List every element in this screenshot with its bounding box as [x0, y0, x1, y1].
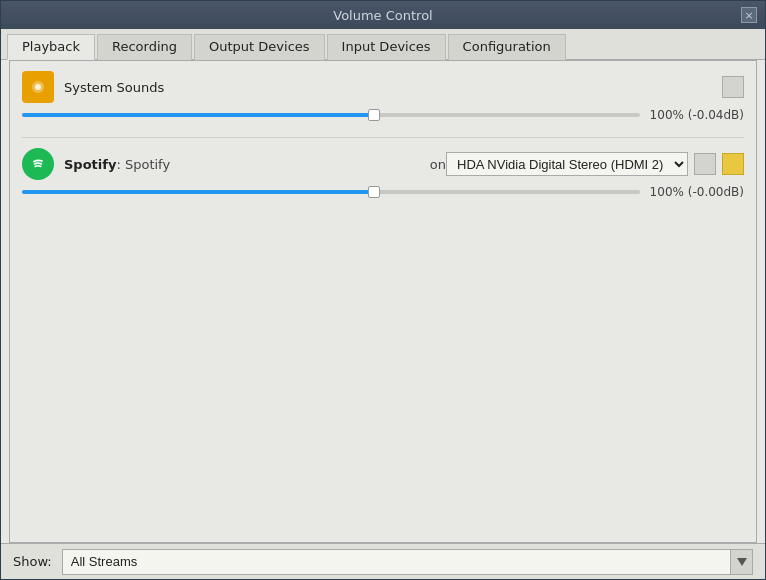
spotify-volume-label: 100% (-0.00dB): [650, 185, 744, 199]
window-title: Volume Control: [333, 8, 432, 23]
spotify-on-label: on: [430, 157, 446, 172]
tabs-bar: Playback Recording Output Devices Input …: [1, 29, 765, 60]
show-dropdown[interactable]: All StreamsHardware Output StreamsHardwa…: [62, 549, 731, 575]
tab-configuration[interactable]: Configuration: [448, 34, 566, 60]
svg-marker-4: [737, 558, 747, 566]
stream-divider: [22, 137, 744, 138]
spotify-stream-name: : Spotify: [116, 157, 170, 172]
stream-system-sounds-header: System Sounds: [22, 71, 744, 103]
spotify-app-name: Spotify: [64, 157, 116, 172]
system-sounds-slider-row: 100% (-0.04dB): [22, 107, 744, 123]
stream-spotify-header: Spotify : Spotify on HDA NVidia Digital …: [22, 148, 744, 180]
footer-bar: Show: All StreamsHardware Output Streams…: [1, 543, 765, 579]
content-area: System Sounds 100% (-0.04dB): [9, 60, 757, 543]
spotify-device-dropdown[interactable]: HDA NVidia Digital Stereo (HDMI 2): [446, 152, 688, 176]
spotify-slider[interactable]: [22, 184, 640, 200]
main-window: Volume Control × Playback Recording Outp…: [0, 0, 766, 580]
spotify-slider-fill: [22, 190, 374, 194]
show-dropdown-wrapper: All StreamsHardware Output StreamsHardwa…: [62, 549, 753, 575]
system-sounds-mute-button[interactable]: [722, 76, 744, 98]
stream-system-sounds: System Sounds 100% (-0.04dB): [22, 71, 744, 123]
spotify-slider-thumb[interactable]: [368, 186, 380, 198]
show-label: Show:: [13, 554, 52, 569]
spotify-slider-row: 100% (-0.00dB): [22, 184, 744, 200]
system-sounds-slider[interactable]: [22, 107, 640, 123]
spotify-icon: [22, 148, 54, 180]
tab-output-devices[interactable]: Output Devices: [194, 34, 325, 60]
system-sounds-slider-fill: [22, 113, 374, 117]
tab-input-devices[interactable]: Input Devices: [327, 34, 446, 60]
svg-point-2: [35, 84, 41, 90]
titlebar: Volume Control ×: [1, 1, 765, 29]
tab-recording[interactable]: Recording: [97, 34, 192, 60]
spotify-lock-button[interactable]: [722, 153, 744, 175]
system-sounds-slider-thumb[interactable]: [368, 109, 380, 121]
spotify-mute-button[interactable]: [694, 153, 716, 175]
stream-spotify: Spotify : Spotify on HDA NVidia Digital …: [22, 148, 744, 200]
svg-point-3: [27, 153, 49, 175]
tab-playback[interactable]: Playback: [7, 34, 95, 60]
close-button[interactable]: ×: [741, 7, 757, 23]
system-sounds-name: System Sounds: [64, 80, 716, 95]
show-dropdown-arrow[interactable]: [731, 549, 753, 575]
system-sounds-icon: [22, 71, 54, 103]
system-sounds-volume-label: 100% (-0.04dB): [650, 108, 744, 122]
